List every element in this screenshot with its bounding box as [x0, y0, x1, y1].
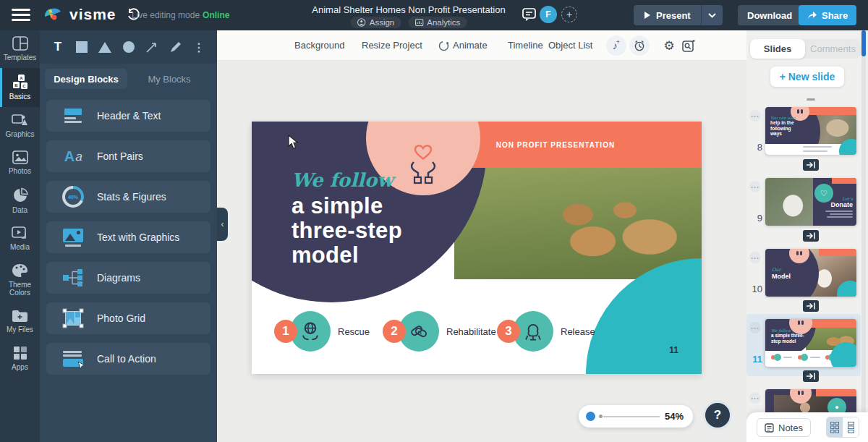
slide-9-transition-button[interactable]: [803, 230, 819, 242]
lion-cubs-photo[interactable]: [454, 168, 702, 279]
help-button[interactable]: ?: [703, 401, 732, 430]
slide-canvas[interactable]: NON PROFIT PRESENTATION We follow a simp…: [252, 122, 702, 374]
slide-11-options-icon[interactable]: •••: [749, 322, 761, 333]
slide-12-options-icon[interactable]: •••: [749, 392, 761, 404]
resize-project-button[interactable]: Resize Project: [362, 40, 422, 51]
assign-person-icon: [357, 18, 366, 27]
svg-text:C: C: [22, 84, 26, 88]
step-1-rescue[interactable]: 1 Rescue: [274, 311, 370, 352]
circle-shape-tool[interactable]: [119, 38, 138, 56]
tab-my-blocks[interactable]: My Blocks: [127, 69, 211, 89]
sidebar-item-templates[interactable]: Templates: [0, 30, 40, 68]
slide-8-thumbnail[interactable]: You can also help in the following ways: [765, 107, 856, 155]
block-photo-grid[interactable]: Photo Grid: [46, 302, 210, 334]
apps-grid-icon: [13, 346, 27, 360]
timeline-button[interactable]: Timeline: [508, 40, 543, 51]
svg-text:A: A: [20, 76, 23, 80]
slide-8-options-icon[interactable]: •••: [749, 110, 761, 122]
object-list-button[interactable]: Object List: [548, 40, 592, 51]
slide-heading-block[interactable]: We follow a simple three-step model: [292, 169, 402, 268]
tab-slides[interactable]: Slides: [750, 39, 805, 59]
grid-view-button[interactable]: [827, 417, 843, 437]
list-view-button[interactable]: [843, 417, 859, 437]
download-button[interactable]: Download: [738, 5, 801, 25]
sidebar-item-basics[interactable]: A B C Basics: [0, 68, 40, 107]
triangle-shape-tool[interactable]: [95, 38, 114, 56]
logo-text: visme: [69, 6, 116, 23]
block-call-to-action[interactable]: Call to Action: [46, 343, 210, 375]
block-text-with-graphics[interactable]: Text with Graphics: [46, 221, 210, 253]
slides-scrollbar-track[interactable]: [861, 30, 866, 442]
slides-panel-tabs: Slides Comments: [750, 39, 861, 59]
block-header-and-text[interactable]: Header & Text: [46, 100, 210, 132]
thumb9-text: Let's Donate: [822, 196, 853, 218]
add-audio-button[interactable]: ♪ +: [606, 35, 626, 56]
slide-10-transition-button[interactable]: [803, 300, 819, 312]
grid-view-icon: [830, 422, 839, 433]
pen-tool[interactable]: [166, 38, 185, 56]
add-collaborator-button[interactable]: +: [561, 7, 577, 22]
project-title[interactable]: Animal Shelter Homes Non Profit Presenta…: [312, 4, 505, 15]
sidebar-item-theme-colors[interactable]: Theme Colors: [0, 258, 40, 303]
zoom-slider-notch: [599, 415, 603, 418]
slide-10-thumbnail[interactable]: Our Model: [765, 249, 856, 297]
basics-blocks-icon: A B C: [12, 74, 29, 90]
slide-tag-text[interactable]: NON PROFIT PRESENTATION: [483, 141, 628, 149]
canvas-toolbar: Background Resize Project Animate Timeli…: [217, 30, 746, 61]
chevron-down-icon: [708, 13, 716, 18]
assign-button[interactable]: Assign: [351, 17, 401, 28]
preview-search-button[interactable]: [680, 37, 697, 54]
slide-9-thumbnail[interactable]: ♡ Let's Donate: [765, 178, 856, 226]
slide-11-thumbnail[interactable]: We follow a simple three-step model: [765, 319, 856, 367]
present-button[interactable]: Present: [634, 5, 723, 25]
visme-logo-icon[interactable]: [43, 7, 64, 22]
hamburger-menu-icon[interactable]: [12, 9, 30, 22]
block-stats-and-figures[interactable]: 40% Stats & Figures: [46, 181, 210, 213]
tab-comments[interactable]: Comments: [805, 39, 861, 59]
sidebar-item-my-files[interactable]: My Files: [0, 303, 40, 340]
text-with-graphics-icon: [59, 229, 87, 247]
background-button[interactable]: Background: [294, 40, 344, 51]
present-dropdown-chevron[interactable]: [701, 5, 723, 25]
zoom-slider-track[interactable]: [603, 416, 660, 417]
zoom-slider-handle[interactable]: [586, 412, 595, 421]
my-files-folder-icon: [12, 309, 28, 323]
tab-design-blocks[interactable]: Design Blocks: [45, 69, 127, 89]
play-icon: [644, 11, 651, 20]
sidebar-item-graphics[interactable]: Graphics: [0, 107, 40, 145]
new-slide-button[interactable]: + New slide: [770, 67, 844, 87]
sidebar-item-data[interactable]: Data: [0, 182, 40, 221]
analytics-chart-icon: [414, 18, 423, 27]
step-3-release[interactable]: 3 Release: [497, 311, 595, 352]
alarm-clock-icon: [634, 40, 645, 51]
slide-heading: a simple three-step model: [292, 194, 402, 268]
photos-icon: [12, 150, 28, 164]
animate-icon[interactable]: [438, 41, 449, 51]
notes-button[interactable]: Notes: [757, 418, 811, 437]
slide-11-transition-button[interactable]: [803, 370, 819, 382]
analytics-button[interactable]: Analytics: [408, 17, 467, 28]
slide-9-options-icon[interactable]: •••: [749, 181, 761, 192]
block-font-pairs[interactable]: Aa Font Pairs: [46, 140, 210, 172]
avatar[interactable]: F: [540, 6, 557, 23]
sidebar-item-media[interactable]: Media: [0, 221, 40, 258]
square-shape-tool[interactable]: [72, 38, 91, 56]
sidebar-item-photos[interactable]: Photos: [0, 145, 40, 182]
block-diagrams[interactable]: Diagrams: [46, 262, 210, 294]
more-tools-icon[interactable]: ⋮: [190, 38, 208, 56]
panel-collapse-toggle[interactable]: ‹: [217, 208, 228, 241]
text-tool[interactable]: T: [48, 38, 67, 56]
slide-timer-button[interactable]: [629, 35, 650, 56]
share-arrow-icon: [807, 11, 817, 20]
line-arrow-tool[interactable]: [142, 38, 161, 56]
slide-10-options-icon[interactable]: •••: [749, 252, 761, 263]
comments-icon[interactable]: [522, 8, 537, 22]
step-2-rehabilitate[interactable]: 2 Rehabilitate: [383, 311, 496, 352]
share-button[interactable]: Share: [799, 5, 856, 25]
animate-button[interactable]: Animate: [453, 40, 488, 51]
slide-8-transition-button[interactable]: [803, 159, 819, 171]
settings-button[interactable]: ⚙: [660, 37, 678, 54]
online-status: Online: [203, 10, 229, 20]
slides-scrollbar-thumb[interactable]: [861, 30, 866, 56]
sidebar-item-apps[interactable]: Apps: [0, 340, 40, 378]
